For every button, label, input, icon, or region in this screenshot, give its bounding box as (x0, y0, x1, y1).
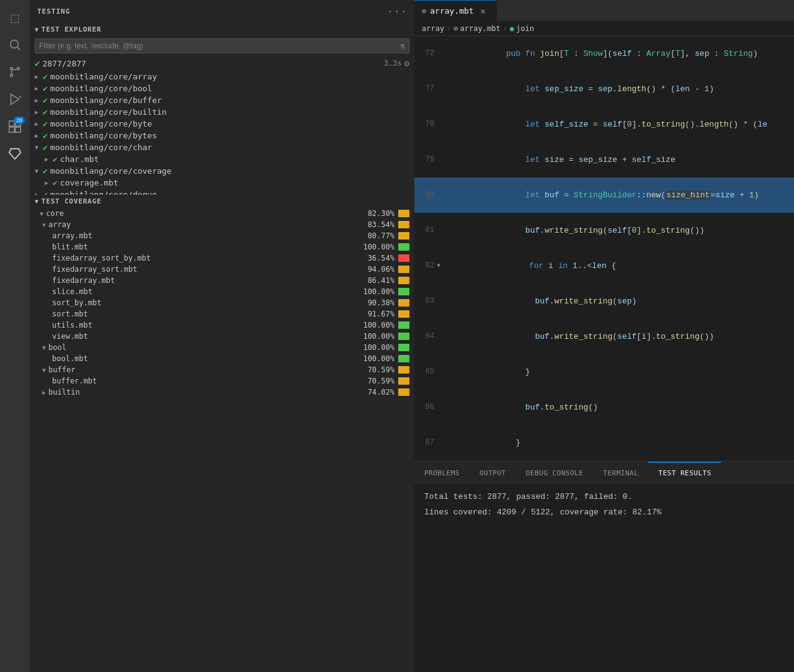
code-line-80: 80 let buf = StringBuilder::new(size_hin… (414, 177, 794, 213)
search-input[interactable] (39, 42, 400, 50)
coverage-row-buffer-mbt[interactable]: buffer.mbt 70.59% (30, 375, 414, 387)
test-explorer-section: ▼ TEST EXPLORER ⚗ ✔ 2877/2877 3.3s ⚙ ▶ (30, 23, 414, 195)
code-line-82: 82 ▼ for i in 1..<len { (414, 248, 794, 284)
coverage-row-sort-by[interactable]: sort_by.mbt 90.38% (30, 297, 414, 308)
tab-output[interactable]: OUTPUT (470, 462, 516, 483)
test-explorer-header[interactable]: ▼ TEST EXPLORER (30, 23, 414, 36)
coverage-row-buffer[interactable]: ▼ buffer 70.59% (30, 364, 414, 375)
tab-array-mbt[interactable]: ⊙ array.mbt × (414, 0, 497, 22)
svg-marker-5 (11, 94, 19, 105)
list-item[interactable]: ▶ ✔ moonbitlang/core/byte (30, 118, 414, 130)
test-settings-icon[interactable]: ⚙ (404, 58, 409, 68)
bottom-panel: PROBLEMS OUTPUT DEBUG CONSOLE TERMINAL T… (414, 461, 794, 672)
list-item[interactable]: ▶ ✔ moonbitlang/core/bool (30, 83, 414, 94)
svg-point-3 (11, 74, 13, 77)
coverage-row-fixedarray-sort[interactable]: fixedarray_sort.mbt 94.06% (30, 264, 414, 275)
test-coverage-label: TEST COVERAGE (42, 197, 102, 205)
tab-problems[interactable]: PROBLEMS (414, 462, 470, 483)
search-icon[interactable] (2, 32, 27, 57)
test-count: ✔ 2877/2877 (35, 58, 86, 68)
result-line-2: lines covered: 4209 / 5122, coverage rat… (424, 506, 784, 519)
editor-tabs: ⊙ array.mbt × (414, 0, 794, 22)
tab-debug-console[interactable]: DEBUG CONSOLE (516, 462, 594, 483)
list-item[interactable]: ▶ ✔ moonbitlang/core/deque (30, 189, 414, 195)
breadcrumb-part-0[interactable]: array (422, 24, 444, 33)
test-coverage-chevron: ▼ (35, 198, 39, 205)
extensions-icon[interactable]: 28 (2, 114, 27, 139)
test-time: 3.3s ⚙ (384, 58, 409, 68)
pass-icon: ✔ (35, 58, 40, 68)
tab-close-button[interactable]: × (478, 6, 489, 17)
test-tree: ▶ ✔ moonbitlang/core/array ▶ ✔ moonbitla… (30, 71, 414, 195)
file-icon: ⊙ (422, 7, 426, 16)
breadcrumb-part-1[interactable]: ⊙ array.mbt (453, 24, 500, 33)
list-item[interactable]: ▶ ✔ char.mbt (30, 153, 414, 165)
coverage-row-slice[interactable]: slice.mbt 100.00% (30, 286, 414, 297)
list-item[interactable]: ▶ ✔ coverage.mbt (30, 177, 414, 189)
coverage-row-array-mbt[interactable]: array.mbt 80.77% (30, 230, 414, 241)
coverage-row-bool[interactable]: ▼ bool 100.00% (30, 342, 414, 353)
left-panel: TESTING ··· ▼ TEST EXPLORER ⚗ ✔ 2877/287… (30, 0, 414, 672)
code-line-78: 78 let self_size = self[0].to_string().l… (414, 107, 794, 142)
test-coverage-section: ▼ TEST COVERAGE ▼ core 82.30% ▼ array 83… (30, 195, 414, 398)
cov-label-array: array (48, 220, 357, 229)
coverage-row-bool-mbt[interactable]: bool.mbt 100.00% (30, 353, 414, 364)
list-item[interactable]: ▼ ✔ moonbitlang/core/char (30, 141, 414, 153)
tab-test-results[interactable]: TEST RESULTS (648, 462, 721, 483)
panel-header: TESTING ··· (30, 0, 414, 23)
test-time-value: 3.3s (384, 59, 402, 68)
coverage-row-sort[interactable]: sort.mbt 91.67% (30, 308, 414, 320)
code-line-87: 87 } (414, 425, 794, 460)
list-item[interactable]: ▶ ✔ moonbitlang/core/bytes (30, 130, 414, 141)
code-line-88: 88 (414, 460, 794, 461)
explorer-icon[interactable]: ⬚ (2, 5, 27, 30)
coverage-row-fixedarray[interactable]: fixedarray.mbt 86.41% (30, 275, 414, 286)
coverage-row-utils[interactable]: utils.mbt 100.00% (30, 320, 414, 331)
main-area: TESTING ··· ▼ TEST EXPLORER ⚗ ✔ 2877/287… (30, 0, 794, 672)
coverage-row-fixedarray-sort-by[interactable]: fixedarray_sort_by.mbt 36.54% (30, 253, 414, 264)
code-line-81: 81 buf.write_string(self[0].to_string()) (414, 213, 794, 248)
code-line-83: 83 buf.write_string(sep) (414, 284, 794, 319)
coverage-row-array[interactable]: ▼ array 83.54% (30, 219, 414, 230)
test-count-label: 2877/2877 (42, 59, 86, 68)
coverage-row-view[interactable]: view.mbt 100.00% (30, 331, 414, 342)
code-line-84: 84 buf.write_string(self[i].to_string()) (414, 319, 794, 354)
list-item[interactable]: ▶ ✔ moonbitlang/core/buffer (30, 94, 414, 106)
code-line-77: 77 let sep_size = sep.length() * (len - … (414, 71, 794, 107)
panel-title: TESTING (37, 7, 70, 16)
breadcrumb-part-2[interactable]: ◉ join (510, 24, 534, 33)
test-coverage-header[interactable]: ▼ TEST COVERAGE (30, 195, 414, 208)
testing-icon[interactable] (2, 141, 27, 166)
svg-line-1 (17, 47, 20, 50)
code-lines[interactable]: 72 pub fn join[T : Show](self : Array[T]… (414, 36, 794, 461)
activity-bar: ⬚ 28 (0, 0, 30, 672)
run-debug-icon[interactable] (2, 87, 27, 112)
list-item[interactable]: ▶ ✔ moonbitlang/core/array (30, 71, 414, 83)
svg-rect-10 (16, 127, 20, 132)
search-bar: ⚗ (35, 38, 409, 53)
test-explorer-label: TEST EXPLORER (42, 25, 102, 34)
extensions-badge: 28 (14, 117, 25, 124)
cov-percent-core: 82.30% (357, 209, 395, 218)
panel-tabs: PROBLEMS OUTPUT DEBUG CONSOLE TERMINAL T… (414, 462, 794, 483)
breadcrumb: array › ⊙ array.mbt › ◉ join (414, 22, 794, 36)
code-line-85: 85 } (414, 354, 794, 390)
filter-icon[interactable]: ⚗ (400, 41, 405, 51)
coverage-row-builtin[interactable]: ▶ builtin 74.02% (30, 387, 414, 398)
tab-filename: array.mbt (430, 6, 473, 16)
code-line-86: 86 buf.to_string() (414, 390, 794, 425)
right-panel: ⊙ array.mbt × array › ⊙ array.mbt › ◉ jo… (414, 0, 794, 672)
coverage-row-core[interactable]: ▼ core 82.30% (30, 208, 414, 219)
code-area: 72 pub fn join[T : Show](self : Array[T]… (414, 36, 794, 461)
svg-rect-9 (9, 127, 14, 132)
source-control-icon[interactable] (2, 60, 27, 84)
test-summary: ✔ 2877/2877 3.3s ⚙ (30, 56, 414, 71)
test-results-content: Total tests: 2877, passed: 2877, failed:… (414, 483, 794, 672)
panel-more-button[interactable]: ··· (386, 5, 407, 18)
tab-terminal[interactable]: TERMINAL (593, 462, 648, 483)
cov-label-core: core (46, 209, 357, 218)
list-item[interactable]: ▶ ✔ moonbitlang/core/builtin (30, 106, 414, 118)
coverage-row-blit[interactable]: blit.mbt 100.00% (30, 241, 414, 253)
list-item[interactable]: ▼ ✔ moonbitlang/core/coverage (30, 165, 414, 177)
test-explorer-chevron: ▼ (35, 26, 39, 33)
